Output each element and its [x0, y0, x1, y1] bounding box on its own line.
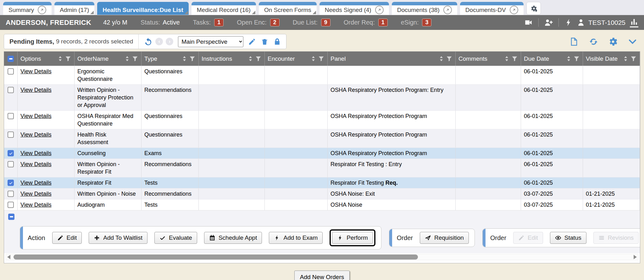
- tab-health-surveillance-due-list[interactable]: Health Surveillance:Due List: [97, 2, 189, 15]
- filter-icon[interactable]: [318, 55, 325, 62]
- filter-icon[interactable]: [255, 55, 262, 62]
- view-details-link[interactable]: View Details: [20, 202, 52, 208]
- counter-badge-order-req[interactable]: 1: [378, 19, 388, 26]
- column-header-encounter[interactable]: Encounter: [265, 52, 328, 66]
- popout-icon[interactable]: [375, 6, 384, 14]
- sort-icon[interactable]: [623, 55, 628, 62]
- view-details-link[interactable]: View Details: [20, 150, 52, 156]
- sort-icon[interactable]: [439, 55, 444, 62]
- sort-icon[interactable]: [248, 55, 253, 62]
- view-details-link[interactable]: View Details: [20, 113, 52, 119]
- tab-settings-button[interactable]: [526, 2, 541, 15]
- row-checkbox[interactable]: [8, 113, 14, 119]
- counter-badge-open-enc[interactable]: 2: [270, 19, 280, 26]
- view-details-link[interactable]: View Details: [20, 191, 52, 197]
- tab-label: Health Surveillance:Due List: [103, 7, 183, 14]
- collapse-icon[interactable]: [628, 37, 637, 46]
- counter-badge-due-list[interactable]: 9: [321, 19, 330, 26]
- row-checkbox[interactable]: [8, 150, 14, 156]
- filter-icon[interactable]: [189, 55, 196, 62]
- view-details-link[interactable]: View Details: [20, 180, 52, 186]
- popout-icon[interactable]: [443, 6, 452, 14]
- counter-badge-tasks[interactable]: 1: [214, 19, 224, 26]
- counter-badge-esign[interactable]: 3: [422, 19, 431, 26]
- column-header-instructions[interactable]: Instructions: [199, 52, 265, 66]
- pencil-icon[interactable]: [248, 38, 256, 46]
- settings-icon[interactable]: [608, 37, 618, 46]
- add-to-exam-button[interactable]: Add to Exam: [269, 232, 323, 244]
- column-header-ordername[interactable]: OrderName: [75, 52, 142, 66]
- row-checkbox[interactable]: [8, 202, 14, 208]
- sort-icon[interactable]: [125, 55, 130, 62]
- status-button[interactable]: Status: [550, 232, 586, 244]
- undo-icon[interactable]: [144, 37, 153, 46]
- focus-ring: Perform: [330, 229, 375, 246]
- sort-icon[interactable]: [566, 55, 571, 62]
- column-label: Comments: [458, 55, 504, 62]
- filter-icon[interactable]: [630, 55, 637, 62]
- column-header-comments[interactable]: Comments: [456, 52, 521, 66]
- tab-on-screen-forms[interactable]: On Screen Forms: [259, 2, 317, 15]
- add-new-orders-button[interactable]: Add New Orders: [294, 271, 350, 280]
- row-checkbox[interactable]: [8, 68, 14, 75]
- person-add-icon[interactable]: [544, 18, 553, 27]
- tab-summary[interactable]: Summary: [3, 2, 52, 15]
- schedule-appt-button[interactable]: Schedule Appt: [204, 232, 262, 244]
- horizontal-scrollbar[interactable]: [6, 254, 638, 260]
- popout-icon[interactable]: [38, 6, 46, 14]
- row-checkbox[interactable]: [8, 191, 14, 197]
- tab-documents-38[interactable]: Documents (38): [392, 2, 457, 15]
- person-icon[interactable]: [577, 18, 585, 27]
- edit-button[interactable]: Edit: [52, 232, 82, 244]
- refresh-icon[interactable]: [589, 37, 598, 46]
- tab-admin-17[interactable]: Admin (17): [54, 2, 94, 15]
- column-header-panel[interactable]: Panel: [328, 52, 456, 66]
- lock-icon[interactable]: [273, 38, 281, 46]
- add-to-waitlist-button[interactable]: Add To Waitlist: [89, 232, 147, 244]
- sort-icon[interactable]: [58, 55, 63, 62]
- prev-icon[interactable]: ‹: [155, 38, 163, 45]
- filter-icon[interactable]: [446, 55, 452, 62]
- scroll-right-arrow[interactable]: [634, 255, 637, 259]
- button-label: Add To Waitlist: [103, 234, 142, 241]
- new-document-icon[interactable]: [569, 37, 579, 46]
- view-details-link[interactable]: View Details: [20, 68, 52, 75]
- filter-icon[interactable]: [132, 55, 138, 62]
- perform-button[interactable]: Perform: [332, 232, 373, 244]
- row-checkbox[interactable]: [8, 161, 14, 167]
- bolt-icon[interactable]: [564, 18, 573, 27]
- row-checkbox[interactable]: [8, 180, 14, 186]
- column-header-options[interactable]: Options: [18, 52, 75, 66]
- view-details-link[interactable]: View Details: [20, 87, 52, 93]
- sort-icon[interactable]: [504, 55, 509, 62]
- scrollbar-thumb[interactable]: [14, 255, 418, 260]
- button-label: Evaluate: [169, 234, 192, 241]
- row-checkbox[interactable]: [8, 87, 14, 93]
- row-checkbox[interactable]: [8, 132, 14, 138]
- evaluate-button[interactable]: Evaluate: [154, 232, 197, 244]
- view-details-link[interactable]: View Details: [20, 161, 52, 167]
- tab-needs-signed-4[interactable]: Needs Signed (4): [319, 2, 389, 15]
- chart-icon[interactable]: [630, 18, 638, 27]
- perspective-select[interactable]: Main Perspective: [178, 36, 243, 47]
- column-header-type[interactable]: Type: [142, 52, 199, 66]
- sort-icon[interactable]: [311, 55, 316, 62]
- sort-icon[interactable]: [182, 55, 187, 62]
- tab-medical-record-16[interactable]: Medical Record (16): [192, 2, 256, 15]
- filter-icon[interactable]: [65, 55, 71, 62]
- column-header-due-date[interactable]: Due Date: [521, 52, 583, 66]
- popout-icon[interactable]: [510, 6, 518, 14]
- column-header-visible-date[interactable]: Visible Date: [583, 52, 640, 66]
- select-all-checkbox-footer[interactable]: [8, 214, 14, 220]
- tab-documents-dv[interactable]: Documents-DV: [460, 2, 524, 15]
- requisition-button[interactable]: Requisition: [420, 232, 469, 244]
- trash-icon[interactable]: [261, 38, 269, 46]
- select-all-checkbox-header[interactable]: [4, 52, 18, 66]
- select-all-checkbox[interactable]: [8, 56, 14, 62]
- view-details-link[interactable]: View Details: [20, 132, 52, 138]
- filter-icon[interactable]: [573, 55, 580, 62]
- next-icon[interactable]: ›: [166, 38, 173, 45]
- filter-icon[interactable]: [511, 55, 518, 62]
- scroll-left-arrow[interactable]: [7, 255, 10, 259]
- video-camera-icon[interactable]: [524, 18, 533, 27]
